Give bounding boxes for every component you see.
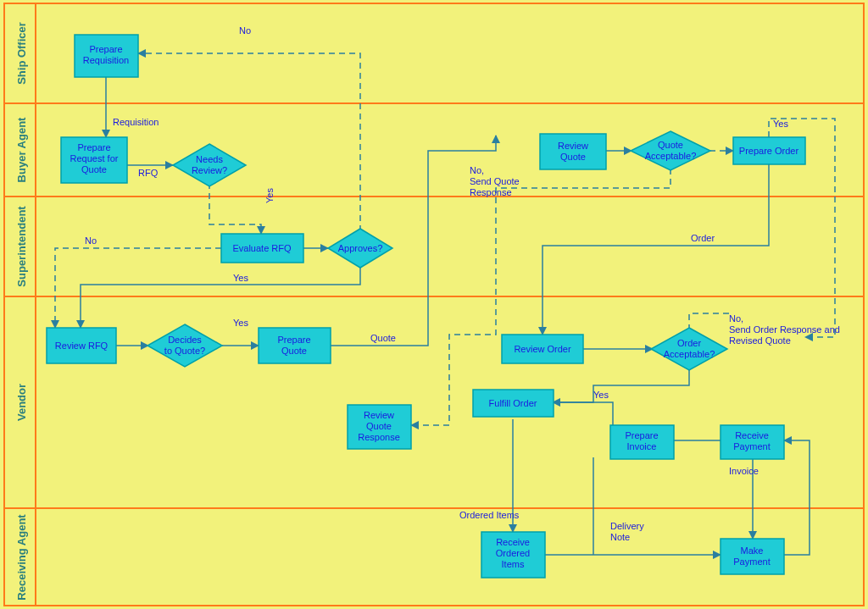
edge-order (542, 164, 769, 335)
svg-text:NeedsReview?: NeedsReview? (192, 154, 227, 175)
node-prepare-requisition: PrepareRequisition (75, 35, 138, 77)
edge-approves-no (138, 53, 360, 231)
node-receive-ordered-items: ReceiveOrderedItems (481, 532, 545, 578)
node-receive-payment: ReceivePayment (721, 425, 784, 459)
node-approves: Approves? (328, 229, 392, 268)
edge-oa-no (689, 313, 729, 330)
edge-label-quote: Quote (370, 333, 396, 343)
node-decides-to-quote: Decidesto Quote? (147, 324, 222, 367)
node-review-quote-response: ReviewQuoteResponse (348, 405, 411, 449)
node-prepare-order: Prepare Order (733, 137, 805, 164)
edge-label-rfq: RFQ (138, 168, 159, 178)
node-evaluate-rfq: Evaluate RFQ (221, 234, 303, 263)
node-make-payment: MakePayment (721, 539, 784, 574)
edge-label-no-order: No,Send Order Response andRevised Quote (729, 313, 840, 346)
edge-label-no1: No (239, 25, 251, 36)
edge-label-no2: No (85, 235, 97, 246)
node-prepare-quote: PrepareQuote (259, 328, 331, 363)
node-prepare-rfq: PrepareRequest forQuote (61, 137, 127, 183)
node-review-quote: ReviewQuote (540, 134, 606, 169)
node-needs-review: NeedsReview? (173, 144, 246, 186)
edge-oa-yes (553, 366, 689, 402)
edge-label-invoice: Invoice (729, 466, 759, 476)
edge-label-yes-qa: Yes (773, 119, 788, 129)
svg-text:ReceivePayment: ReceivePayment (733, 430, 770, 451)
svg-text:Review RFQ: Review RFQ (55, 340, 108, 351)
node-fulfill-order: Fulfill Order (473, 390, 554, 417)
svg-text:Review Order: Review Order (514, 344, 571, 354)
svg-text:Prepare Order: Prepare Order (739, 146, 799, 156)
edge-label-no-send-quote: No,Send QuoteResponse (470, 165, 520, 197)
edge-label-order: Order (691, 233, 715, 243)
lane-label-ship-officer: Ship Officer (15, 22, 28, 85)
node-review-order: Review Order (502, 335, 583, 363)
edge-label-delivery-note: DeliveryNote (610, 521, 644, 542)
edge-label-yes2: Yes (233, 273, 248, 283)
lane-label-vendor: Vendor (15, 384, 28, 421)
lane-label-buyer-agent: Buyer Agent (15, 117, 28, 182)
svg-text:Fulfill Order: Fulfill Order (489, 398, 537, 408)
svg-text:Approves?: Approves? (338, 243, 383, 253)
lane-label-receiving-agent: Receiving Agent (15, 514, 28, 601)
lane-label-superintendent: Superintendent (15, 206, 28, 287)
node-review-rfq: Review RFQ (47, 328, 116, 363)
svg-text:PrepareQuote: PrepareQuote (277, 335, 310, 356)
edge-label-yes-oa: Yes (593, 390, 609, 400)
edge-needs-review-yes (209, 183, 261, 234)
swimlane-frame (4, 3, 864, 606)
edge-label-ordered-items: Ordered Items (459, 510, 520, 520)
edge-label-yes1: Yes (264, 188, 275, 203)
node-order-acceptable: OrderAcceptable? (651, 328, 727, 370)
svg-text:ReviewQuote: ReviewQuote (558, 141, 588, 162)
svg-text:PrepareRequisition: PrepareRequisition (83, 44, 129, 65)
svg-text:PrepareInvoice: PrepareInvoice (625, 430, 658, 451)
edge-label-requisition: Requisition (113, 117, 159, 127)
node-prepare-invoice: PrepareInvoice (610, 425, 674, 459)
edge-fulfill-invoice-branch (553, 402, 613, 425)
svg-text:Decidesto Quote?: Decidesto Quote? (164, 335, 205, 356)
edge-payment (782, 440, 810, 555)
node-quote-acceptable: QuoteAcceptable? (631, 131, 710, 170)
edge-label-yes-quote: Yes (233, 318, 248, 328)
svg-text:Evaluate RFQ: Evaluate RFQ (232, 243, 292, 253)
